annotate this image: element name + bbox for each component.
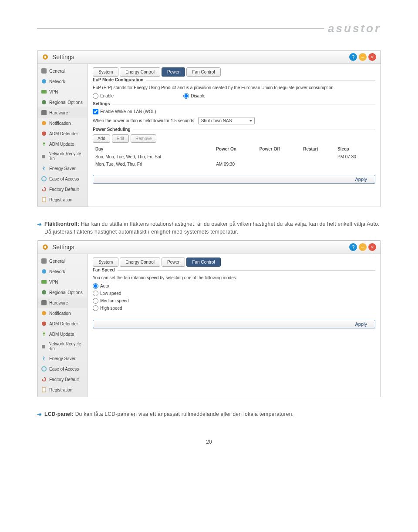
sidebar-item-energysaver[interactable]: Energy Saver xyxy=(37,163,87,174)
svg-rect-19 xyxy=(42,345,45,348)
general-icon xyxy=(41,68,47,74)
main-panel: System Energy Control Power Fan Control … xyxy=(88,64,381,207)
divider xyxy=(37,28,324,29)
table-row[interactable]: Sun, Mon, Tue, Wed, Thu, Fri, SatPM 07:3… xyxy=(93,153,375,161)
general-icon xyxy=(41,258,47,264)
tab-energy-control[interactable]: Energy Control xyxy=(120,258,160,267)
svg-rect-4 xyxy=(41,90,47,94)
sidebar-item-network[interactable]: Network xyxy=(37,266,87,277)
sidebar-item-recyclebin[interactable]: Network Recycle Bin xyxy=(37,339,87,353)
window-title: Settings xyxy=(52,244,349,251)
sidebar-item-easeofaccess[interactable]: Ease of Access xyxy=(37,174,87,184)
help-button[interactable]: ? xyxy=(349,53,357,61)
shield-icon xyxy=(41,130,47,137)
sidebar-item-defender[interactable]: ADM Defender xyxy=(37,128,87,139)
svg-point-16 xyxy=(42,290,46,294)
sidebar-item-factorydefault[interactable]: Factory Default xyxy=(37,184,87,194)
sidebar-item-vpn[interactable]: VPN xyxy=(37,277,87,287)
sidebar-item-update[interactable]: ADM Update xyxy=(37,329,87,339)
sidebar-item-label: VPN xyxy=(49,280,58,284)
settings-window-power: Settings ? – × General Network VPN Regio… xyxy=(37,50,381,207)
group-title: Power Scheduling xyxy=(93,127,133,132)
sidebar-item-easeofaccess[interactable]: Ease of Access xyxy=(37,364,87,374)
sidebar-item-general[interactable]: General xyxy=(37,66,87,76)
sidebar-item-label: General xyxy=(49,259,65,264)
schedule-table: Day Power On Power Off Restart Sleep Sun… xyxy=(93,145,375,168)
update-icon xyxy=(41,141,47,147)
tab-energy-control[interactable]: Energy Control xyxy=(120,67,160,77)
sidebar-item-general[interactable]: General xyxy=(37,256,87,266)
radio-high[interactable]: High speed xyxy=(93,305,122,311)
held-text: When the power button is held down for 1… xyxy=(93,118,196,123)
hardware-icon xyxy=(41,300,47,306)
tab-fan-control[interactable]: Fan Control xyxy=(186,67,220,77)
sidebar-item-update[interactable]: ADM Update xyxy=(37,139,87,149)
radio-medium[interactable]: Medium speed xyxy=(93,298,129,304)
sidebar-item-recyclebin[interactable]: Network Recycle Bin xyxy=(37,149,87,163)
sidebar-item-notification[interactable]: Notification xyxy=(37,308,87,318)
paragraph-fan-control: ➔ Fläktkontroll: Här kan du ställa in fl… xyxy=(37,220,381,239)
col-poweroff: Power Off xyxy=(257,145,300,153)
close-button[interactable]: × xyxy=(368,53,376,61)
svg-point-7 xyxy=(42,121,46,125)
radio-enable[interactable]: Enable xyxy=(93,93,114,99)
power-button-action-select[interactable]: Shut down NAS xyxy=(198,117,255,124)
tab-power[interactable]: Power xyxy=(162,67,185,77)
reset-icon xyxy=(41,376,47,382)
sidebar-item-network[interactable]: Network xyxy=(37,76,87,87)
checkbox-wol[interactable]: Enable Wake-on-LAN (WOL) xyxy=(93,109,375,114)
sidebar-item-registration[interactable]: Registration xyxy=(37,194,87,205)
sidebar-item-energysaver[interactable]: Energy Saver xyxy=(37,353,87,364)
tab-power[interactable]: Power xyxy=(162,258,185,267)
add-button[interactable]: Add xyxy=(93,134,110,143)
edit-button[interactable]: Edit xyxy=(112,134,129,143)
sidebar-item-label: Notification xyxy=(49,121,71,126)
recycle-icon xyxy=(41,153,46,159)
sidebar-item-notification[interactable]: Notification xyxy=(37,118,87,128)
sidebar-item-factorydefault[interactable]: Factory Default xyxy=(37,374,87,385)
sidebar-item-registration[interactable]: Registration xyxy=(37,385,87,395)
clipboard-icon xyxy=(41,197,47,203)
col-day: Day xyxy=(93,145,213,153)
arrow-icon: ➔ xyxy=(37,220,42,229)
sidebar-item-hardware[interactable]: Hardware xyxy=(37,107,87,118)
sidebar-item-regional[interactable]: Regional Options xyxy=(37,287,87,298)
sidebar-item-vpn[interactable]: VPN xyxy=(37,87,87,97)
sidebar-item-label: Hardware xyxy=(49,110,68,115)
radio-low[interactable]: Low speed xyxy=(93,291,121,296)
brand-logo: asustor xyxy=(328,22,381,35)
sidebar-item-label: Ease of Access xyxy=(49,367,79,371)
col-restart: Restart xyxy=(300,145,335,153)
svg-rect-10 xyxy=(42,197,46,202)
remove-button[interactable]: Remove xyxy=(131,134,156,143)
svg-point-18 xyxy=(42,311,46,315)
radio-disable[interactable]: Disable xyxy=(183,93,205,99)
sidebar-item-hardware[interactable]: Hardware xyxy=(37,298,87,308)
svg-rect-13 xyxy=(41,258,47,264)
sidebar-item-label: Network Recycle Bin xyxy=(48,341,84,351)
help-button[interactable]: ? xyxy=(349,243,357,251)
update-icon xyxy=(41,331,47,337)
gear-icon xyxy=(42,244,49,251)
col-poweron: Power On xyxy=(213,145,257,153)
sidebar-item-regional[interactable]: Regional Options xyxy=(37,97,87,107)
close-button[interactable]: × xyxy=(368,243,376,251)
radio-auto[interactable]: Auto xyxy=(93,283,109,289)
sidebar-item-defender[interactable]: ADM Defender xyxy=(37,318,87,329)
tab-system[interactable]: System xyxy=(93,258,118,267)
sidebar-item-label: Network xyxy=(49,79,65,84)
sidebar-item-label: VPN xyxy=(49,90,58,94)
clipboard-icon xyxy=(41,387,47,393)
apply-button[interactable]: Apply xyxy=(93,175,375,184)
svg-point-9 xyxy=(42,177,46,181)
minimize-button[interactable]: – xyxy=(359,53,367,61)
tab-fan-control[interactable]: Fan Control xyxy=(186,258,220,267)
apply-button[interactable]: Apply xyxy=(93,320,375,328)
tab-system[interactable]: System xyxy=(93,67,118,77)
group-title: Settings xyxy=(93,101,112,106)
svg-rect-6 xyxy=(41,110,47,115)
table-row[interactable]: Mon, Tue, Wed, Thu, FriAM 09:30 xyxy=(93,161,375,168)
minimize-button[interactable]: – xyxy=(359,243,367,251)
col-sleep: Sleep xyxy=(335,145,375,153)
svg-rect-15 xyxy=(41,280,47,284)
